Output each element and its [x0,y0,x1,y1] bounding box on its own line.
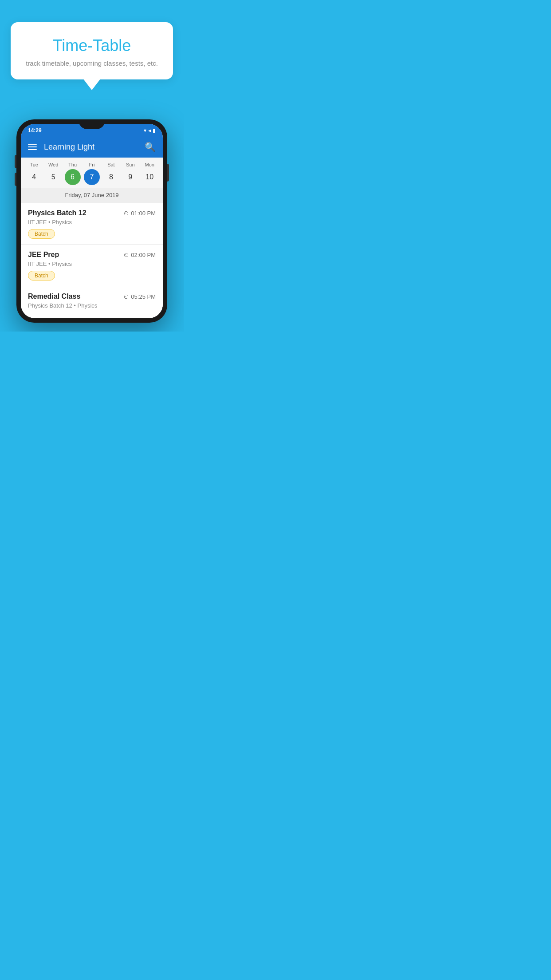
day-number[interactable]: 6 [65,169,81,185]
phone-notch [79,119,105,129]
app-bar: Learning Light 🔍 [21,136,163,158]
status-icons: ▾ ◂ ▮ [144,127,156,134]
speech-bubble: Time-Table track timetable, upcoming cla… [11,22,173,79]
day-name: Thu [68,162,77,167]
schedule-item[interactable]: Physics Batch 12⏲ 01:00 PMIIT JEE • Phys… [21,203,163,245]
item-time: ⏲ 02:00 PM [123,252,156,258]
search-icon[interactable]: 🔍 [145,142,156,152]
day-name: Fri [89,162,95,167]
hero-section: Time-Table track timetable, upcoming cla… [0,0,184,106]
day-number[interactable]: 8 [103,169,119,185]
phone-mockup: 14:29 ▾ ◂ ▮ Learning Light 🔍 [16,119,167,323]
schedule-item-header: JEE Prep⏲ 02:00 PM [28,251,156,259]
schedule-item[interactable]: Remedial Class⏲ 05:25 PMPhysics Batch 12… [21,286,163,318]
menu-button[interactable] [28,144,37,150]
day-col-6[interactable]: Thu6 [63,162,82,185]
item-subtitle: IIT JEE • Physics [28,261,156,267]
day-name: Sat [107,162,115,167]
day-name: Sun [126,162,135,167]
day-col-8[interactable]: Sat8 [102,162,121,185]
clock-icon: ⏲ [123,210,129,217]
item-title: JEE Prep [28,251,59,259]
day-col-4[interactable]: Tue4 [24,162,43,185]
day-col-5[interactable]: Wed5 [43,162,63,185]
schedule-item-header: Physics Batch 12⏲ 01:00 PM [28,209,156,217]
day-number[interactable]: 9 [122,169,138,185]
phone-screen: 14:29 ▾ ◂ ▮ Learning Light 🔍 [21,124,163,318]
day-col-10[interactable]: Mon10 [140,162,159,185]
day-name: Mon [145,162,154,167]
hamburger-line-3 [28,149,37,150]
day-name: Wed [48,162,58,167]
app-title: Learning Light [44,142,145,152]
schedule-item[interactable]: JEE Prep⏲ 02:00 PMIIT JEE • PhysicsBatch [21,245,163,286]
phone-container: 14:29 ▾ ◂ ▮ Learning Light 🔍 [0,106,184,332]
status-time: 14:29 [28,127,42,134]
clock-icon: ⏲ [123,293,129,300]
schedule-item-header: Remedial Class⏲ 05:25 PM [28,292,156,300]
schedule-list: Physics Batch 12⏲ 01:00 PMIIT JEE • Phys… [21,203,163,318]
bubble-title: Time-Table [21,36,162,55]
batch-badge: Batch [28,229,55,239]
clock-icon: ⏲ [123,252,129,258]
wifi-icon: ▾ [144,127,146,134]
days-row: Tue4Wed5Thu6Fri7Sat8Sun9Mon10 [21,162,163,185]
batch-badge: Batch [28,271,55,281]
day-col-9[interactable]: Sun9 [121,162,140,185]
signal-icon: ◂ [148,127,151,134]
day-number[interactable]: 7 [84,169,100,185]
day-col-7[interactable]: Fri7 [82,162,101,185]
battery-icon: ▮ [153,127,156,134]
calendar-strip: Tue4Wed5Thu6Fri7Sat8Sun9Mon10 Friday, 07… [21,158,163,203]
day-number[interactable]: 4 [26,169,42,185]
day-number[interactable]: 10 [142,169,157,185]
item-title: Remedial Class [28,292,80,300]
item-title: Physics Batch 12 [28,209,87,217]
item-time: ⏲ 01:00 PM [123,210,156,217]
bubble-subtitle: track timetable, upcoming classes, tests… [21,59,162,67]
item-subtitle: IIT JEE • Physics [28,219,156,225]
selected-date-label: Friday, 07 June 2019 [21,188,163,203]
hamburger-line-1 [28,144,37,145]
item-time: ⏲ 05:25 PM [123,293,156,300]
hamburger-line-2 [28,146,37,147]
day-number[interactable]: 5 [45,169,61,185]
item-subtitle: Physics Batch 12 • Physics [28,302,156,309]
day-name: Tue [30,162,38,167]
